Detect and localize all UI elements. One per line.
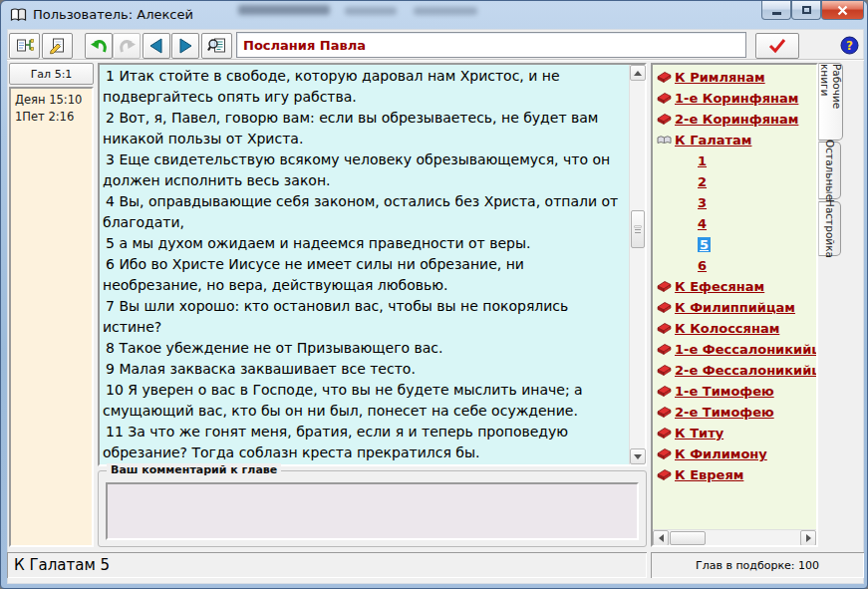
- tree-item-label[interactable]: К Филимону: [675, 446, 767, 461]
- redacted-text-blur: [414, 7, 477, 15]
- tree-item-label[interactable]: К Колоссянам: [675, 321, 779, 336]
- tree-item-label[interactable]: К Галатам: [675, 133, 751, 147]
- scroll-up-button[interactable]: [630, 65, 646, 81]
- scroll-left-button[interactable]: [653, 530, 669, 546]
- tree-row[interactable]: 2: [653, 171, 816, 192]
- tree-row[interactable]: К Филимону: [653, 443, 816, 464]
- tree-row[interactable]: К Ефесянам: [653, 276, 816, 297]
- tree-row[interactable]: К Колоссянам: [653, 318, 816, 339]
- scroll-down-button[interactable]: [630, 448, 646, 464]
- scroll-right-button[interactable]: [800, 530, 816, 546]
- tree-item-label[interactable]: 1: [698, 153, 707, 168]
- tree-item-label[interactable]: 2-е Фессалоникийц: [675, 363, 816, 378]
- sidebar-tab[interactable]: Остальные: [818, 142, 841, 199]
- tree-item-label[interactable]: 5: [698, 237, 711, 252]
- previous-chapter-button[interactable]: [143, 33, 170, 59]
- scrollbar-thumb[interactable]: [670, 531, 706, 545]
- title-bar: Пользователь: Алексей: [1, 1, 867, 29]
- verse-text: Итак стойте в свободе, которую даровал н…: [103, 68, 560, 105]
- cross-reference-link[interactable]: Деян 15:10: [15, 92, 88, 109]
- open-book-icon: [657, 134, 672, 147]
- books-horizontal-scrollbar[interactable]: [653, 529, 816, 545]
- verse-number: 3: [103, 151, 115, 167]
- tree-item-label[interactable]: К Евреям: [675, 467, 743, 482]
- tree-item-label[interactable]: 1-е Фессалоникийц: [675, 342, 816, 357]
- red-book-icon: [657, 447, 672, 460]
- tree-item-label[interactable]: 1-е Коринфянам: [675, 91, 798, 106]
- sidebar-tab[interactable]: Рабочие книги: [818, 63, 843, 141]
- tree-row[interactable]: 1-е Коринфянам: [653, 88, 816, 109]
- verse-number: 4: [103, 193, 115, 209]
- verse-number: 5: [103, 235, 115, 251]
- tree-row[interactable]: 1-е Фессалоникийц: [653, 339, 816, 360]
- collections-window-button[interactable]: [9, 33, 40, 59]
- tree-item-label[interactable]: 6: [698, 258, 707, 273]
- collection-name-input[interactable]: [236, 32, 746, 58]
- tree-row[interactable]: 6: [653, 255, 816, 276]
- verse-number: 6: [103, 256, 115, 272]
- tree-item-label[interactable]: 3: [698, 195, 707, 210]
- close-button[interactable]: [821, 1, 864, 20]
- tree-item-label[interactable]: К Филиппийцам: [675, 300, 795, 315]
- tree-row[interactable]: 2-е Фессалоникийц: [653, 360, 816, 381]
- cross-reference-link[interactable]: 1Пет 2:16: [15, 109, 88, 126]
- red-book-icon: [657, 71, 672, 84]
- document-tree-icon: [16, 37, 34, 55]
- edit-document-button[interactable]: [42, 33, 73, 59]
- tree-item-label[interactable]: К Римлянам: [675, 70, 765, 85]
- verse-line: 6 Ибо во Христе Иисусе не имеет силы ни …: [103, 254, 627, 296]
- text-vertical-scrollbar[interactable]: [629, 65, 645, 464]
- red-book-icon: [657, 468, 672, 481]
- maximize-button[interactable]: [791, 1, 821, 20]
- tree-item-label[interactable]: 2-е Тимофею: [675, 405, 774, 420]
- tree-row[interactable]: 4: [653, 213, 816, 234]
- tree-item-label[interactable]: 2-е Коринфянам: [675, 112, 798, 127]
- redacted-text-blur: [345, 7, 397, 15]
- maximize-icon: [802, 6, 811, 14]
- tree-row[interactable]: К Титу: [653, 423, 816, 443]
- redo-button[interactable]: [113, 33, 141, 59]
- help-icon: ?: [840, 36, 859, 55]
- tree-item-label[interactable]: К Ефесянам: [675, 279, 764, 294]
- tree-row[interactable]: 1-е Тимофею: [653, 381, 816, 402]
- tree-row[interactable]: К Евреям: [653, 464, 816, 485]
- verse-text: Вы шли хорошо: кто остановил вас, чтобы …: [103, 298, 568, 335]
- verse-number: 1: [103, 68, 115, 84]
- verse-line: 1 Итак стойте в свободе, которую даровал…: [103, 66, 627, 108]
- verse-text: Ибо во Христе Иисусе не имеет силы ни об…: [103, 256, 524, 293]
- tree-row[interactable]: 2-е Тимофею: [653, 402, 816, 423]
- tree-row[interactable]: К Галатам: [653, 130, 816, 150]
- arrow-left-icon: [149, 38, 163, 54]
- verse-line: 3 Еще свидетельствую всякому человеку об…: [103, 149, 627, 191]
- reference-header-button[interactable]: Гал 5:1: [9, 63, 94, 85]
- chapter-comment-input[interactable]: [106, 482, 639, 540]
- svg-text:?: ?: [846, 39, 853, 53]
- tree-row[interactable]: 2-е Коринфянам: [653, 109, 816, 130]
- tree-row[interactable]: 1: [653, 150, 816, 171]
- undo-button[interactable]: [85, 33, 113, 59]
- verse-number: 2: [103, 110, 115, 126]
- redo-arrow-icon: [118, 38, 137, 55]
- window-title: Пользователь: Алексей: [33, 1, 193, 29]
- verse-number: 8: [103, 340, 115, 356]
- next-chapter-button[interactable]: [171, 33, 199, 59]
- bible-text-panel: 1 Итак стойте в свободе, которую даровал…: [98, 63, 647, 466]
- verse-line: 5 а мы духом ожидаем и надеемся праведно…: [103, 233, 627, 254]
- search-button[interactable]: [201, 33, 232, 59]
- tree-row[interactable]: 3: [653, 192, 816, 213]
- tree-row[interactable]: 5: [653, 234, 816, 255]
- tree-item-label[interactable]: 1-е Тимофею: [675, 384, 774, 399]
- verse-line: 9 Малая закваска заквашивает все тесто.: [103, 359, 627, 380]
- apply-button[interactable]: [755, 33, 799, 59]
- sidebar-tab[interactable]: Настройка: [818, 201, 841, 256]
- tree-row[interactable]: К Римлянам: [653, 67, 816, 88]
- tree-item-label[interactable]: 2: [698, 174, 707, 189]
- toolbar-separator: [7, 59, 864, 61]
- scrollbar-thumb[interactable]: [631, 210, 645, 248]
- tree-item-label[interactable]: К Титу: [675, 426, 723, 441]
- help-button[interactable]: ?: [838, 34, 860, 56]
- minimize-button[interactable]: [761, 1, 791, 20]
- tree-row[interactable]: К Филиппийцам: [653, 297, 816, 318]
- triangle-up-icon: [634, 71, 642, 76]
- tree-item-label[interactable]: 4: [698, 216, 707, 231]
